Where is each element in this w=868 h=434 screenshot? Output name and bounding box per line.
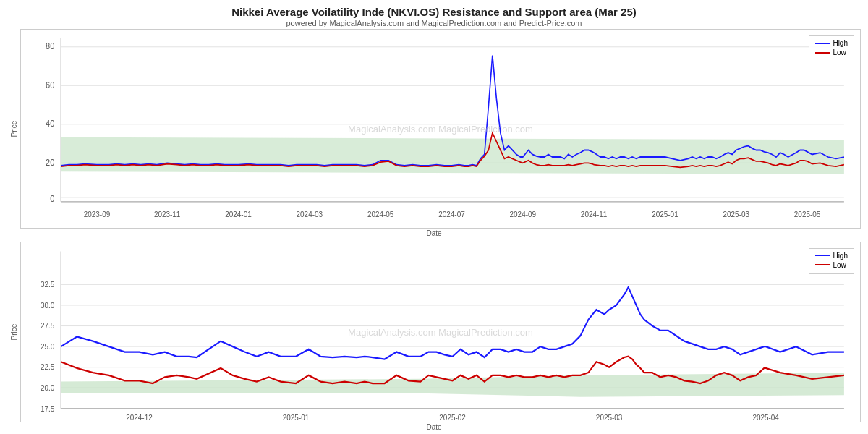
svg-text:2024-07: 2024-07 [438,210,465,218]
chart1-legend-high: High [815,39,848,47]
chart2-bottom: Date [7,422,861,431]
chart1-legend: High Low [809,35,854,61]
svg-rect-0 [21,30,860,228]
svg-text:2025-02: 2025-02 [439,412,466,422]
svg-text:2024-12: 2024-12 [126,412,153,422]
svg-text:2024-01: 2024-01 [225,210,252,218]
svg-text:20: 20 [46,158,54,167]
svg-text:2025-01: 2025-01 [283,412,310,422]
chart1-legend-low: Low [815,48,848,56]
svg-text:25.0: 25.0 [41,341,54,351]
chart2-x-label: Date [7,423,861,431]
svg-text:2024-11: 2024-11 [581,210,608,218]
svg-marker-24 [61,137,844,174]
svg-text:2025-03: 2025-03 [596,412,623,422]
subtitle: powered by MagicalAnalysis.com and Magic… [7,19,861,27]
svg-text:27.5: 27.5 [41,320,54,330]
chart1-high-label: High [833,39,848,47]
chart2-low-line-icon [815,264,830,265]
page-container: Nikkei Average Voilatility Inde (NKVI.OS… [0,0,868,434]
svg-text:17.5: 17.5 [41,404,54,413]
svg-text:0: 0 [50,194,54,203]
svg-text:80: 80 [46,42,54,51]
svg-text:2024-03: 2024-03 [297,210,323,218]
title-section: Nikkei Average Voilatility Inde (NKVI.OS… [7,6,861,27]
chart1-x-label: Date [7,229,861,237]
svg-text:2023-11: 2023-11 [154,210,181,218]
chart2-legend-high: High [815,252,848,260]
chart2-svg: 17.5 20.0 22.5 25.0 27.5 30.0 32.5 2024-… [21,242,860,422]
high-line-icon [815,43,830,44]
svg-text:60: 60 [46,81,54,90]
chart1-wrapper: Price MagicalAnalysis.com MagicalPredict… [7,29,861,229]
chart2-legend-low: Low [815,261,848,269]
svg-text:2025-04: 2025-04 [752,412,779,422]
chart2-high-label: High [833,252,848,260]
chart2-y-label: Price [7,242,20,422]
svg-text:2023-09: 2023-09 [84,210,111,218]
svg-text:30.0: 30.0 [41,300,54,310]
chart2-inner: MagicalAnalysis.com MagicalPrediction.co… [20,242,861,422]
svg-text:22.5: 22.5 [41,362,54,371]
svg-text:2025-01: 2025-01 [652,210,678,218]
svg-text:20.0: 20.0 [41,383,54,392]
svg-text:40: 40 [46,119,54,128]
chart2-wrapper: Price MagicalAnalysis.com MagicalPredict… [7,242,861,422]
svg-text:2024-05: 2024-05 [367,210,394,218]
chart2-high-line-icon [815,255,830,256]
svg-text:2024-09: 2024-09 [510,210,537,218]
charts-area: Price MagicalAnalysis.com MagicalPredict… [7,29,861,431]
chart2-low-label: Low [833,261,846,269]
low-line-icon [815,52,830,54]
chart1-inner: MagicalAnalysis.com MagicalPrediction.co… [20,29,861,229]
main-title: Nikkei Average Voilatility Inde (NKVI.OS… [7,6,861,18]
svg-text:2025-05: 2025-05 [794,210,821,218]
chart1-low-label: Low [833,48,846,56]
svg-text:2025-03: 2025-03 [723,210,750,218]
chart2-legend: High Low [809,248,854,274]
svg-text:32.5: 32.5 [41,279,54,289]
chart1-svg: 0 20 40 60 80 2023-09 2023-11 2024-01 20… [21,30,860,228]
chart1-y-label: Price [7,29,20,229]
chart1-bottom: Date [7,229,861,237]
